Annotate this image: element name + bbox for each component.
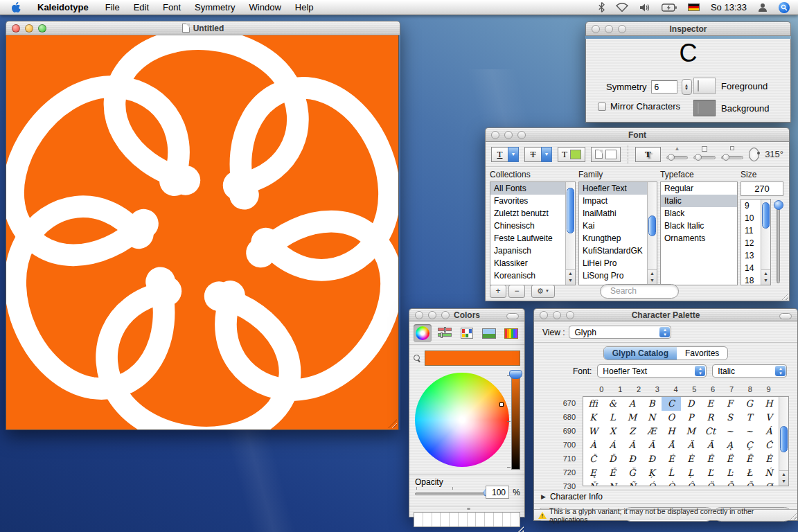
brightness-slider[interactable] bbox=[511, 373, 520, 470]
glyph-cell[interactable]: M bbox=[681, 425, 700, 438]
colors-titlebar[interactable]: Colors bbox=[409, 308, 525, 321]
swatch-cell[interactable] bbox=[459, 513, 468, 526]
glyph-cell[interactable]: G bbox=[740, 397, 759, 411]
list-scrollbar[interactable]: ▲▼ bbox=[761, 200, 770, 285]
list-item[interactable]: Hoefler Text bbox=[579, 182, 657, 195]
font-search-field[interactable]: Search bbox=[600, 284, 679, 299]
typeface-list[interactable]: RegularItalicBlackBlack ItalicOrnaments bbox=[660, 181, 738, 285]
symmetry-field[interactable]: 6 bbox=[651, 80, 677, 94]
glyph-cell[interactable]: E bbox=[700, 397, 720, 411]
color-wheel[interactable] bbox=[415, 373, 509, 467]
menu-symmetry[interactable]: Symmetry bbox=[188, 0, 242, 15]
glyph-cell[interactable]: É bbox=[662, 452, 681, 466]
glyph-cell[interactable]: Ĺ bbox=[662, 466, 681, 480]
glyph-cell[interactable]: Ö bbox=[700, 480, 720, 486]
list-item[interactable]: Black Italic bbox=[661, 220, 737, 232]
glyph-cell[interactable]: H bbox=[759, 397, 779, 411]
glyph-grid-scrollbar[interactable]: ▲▼ bbox=[779, 397, 788, 486]
current-color-swatch[interactable] bbox=[425, 351, 520, 366]
glyph-cell[interactable]: M bbox=[622, 411, 641, 425]
glyph-cell[interactable]: Á bbox=[603, 438, 622, 452]
swatch-cell[interactable] bbox=[503, 513, 512, 526]
list-item[interactable]: Ornaments bbox=[661, 232, 737, 245]
menu-font[interactable]: Font bbox=[156, 0, 188, 15]
glyph-cell[interactable]: Ô bbox=[681, 480, 700, 486]
color-wheel-mode-button[interactable] bbox=[414, 324, 432, 342]
document-titlebar[interactable]: Untitled bbox=[6, 21, 400, 35]
glyph-cell[interactable]: Ō bbox=[720, 480, 739, 486]
menu-file[interactable]: File bbox=[98, 0, 127, 15]
list-item[interactable]: KufiStandardGK bbox=[579, 245, 657, 257]
swatch-cell[interactable] bbox=[423, 513, 432, 526]
glyph-cell[interactable]: Đ bbox=[622, 452, 641, 466]
glyph-cell[interactable]: W bbox=[583, 425, 603, 438]
magnifier-icon[interactable] bbox=[414, 355, 421, 362]
glyph-cell[interactable]: È bbox=[681, 452, 700, 466]
glyph-cell[interactable]: Õ bbox=[740, 480, 759, 486]
opacity-field[interactable]: 100 bbox=[486, 486, 509, 499]
list-item[interactable]: Zuletzt benutzt bbox=[490, 207, 575, 220]
glyph-cell[interactable]: B bbox=[642, 397, 662, 411]
list-item[interactable]: Feste Laufweite bbox=[490, 232, 575, 245]
glyph-cell[interactable]: ~ bbox=[720, 425, 739, 438]
glyph-cell[interactable]: Ø bbox=[759, 480, 779, 486]
zoom-button[interactable] bbox=[566, 311, 574, 319]
minimize-button[interactable] bbox=[25, 24, 33, 33]
glyph-grid[interactable]: ﬃ&ABCDEFGHKLMNOPRSTVWXZÆHMCt~~ÁÀÁÂÃÅÄĀĄÇ… bbox=[583, 396, 789, 486]
background-color-well[interactable] bbox=[693, 100, 716, 116]
swatch-cell[interactable] bbox=[494, 513, 503, 526]
scrollbar-thumb[interactable] bbox=[648, 215, 656, 236]
minimize-button[interactable] bbox=[553, 311, 561, 319]
list-item[interactable]: Kai bbox=[579, 220, 657, 232]
chevron-down-icon[interactable]: ▼ bbox=[541, 147, 552, 162]
glyph-cell[interactable]: Ct bbox=[700, 425, 720, 438]
remove-collection-button[interactable]: − bbox=[508, 285, 525, 298]
glyph-cell-selected[interactable]: C bbox=[662, 397, 681, 411]
list-item[interactable]: Krungthep bbox=[579, 232, 657, 245]
close-button[interactable] bbox=[540, 311, 548, 319]
glyph-cell[interactable]: T bbox=[740, 411, 759, 425]
menubar-clock[interactable]: So 13:33 bbox=[705, 2, 752, 12]
glyph-cell[interactable]: H bbox=[662, 425, 681, 438]
list-scrollbar[interactable]: ▲▼ bbox=[647, 182, 657, 285]
glyph-cell[interactable]: Á bbox=[759, 425, 779, 438]
apple-menu[interactable] bbox=[0, 2, 30, 13]
color-wheel-marker[interactable] bbox=[499, 402, 504, 407]
menu-edit[interactable]: Edit bbox=[127, 0, 156, 15]
scrollbar-thumb[interactable] bbox=[780, 426, 788, 452]
image-palettes-mode-button[interactable] bbox=[480, 324, 498, 342]
glyph-cell[interactable]: Ć bbox=[759, 438, 779, 452]
glyph-cell[interactable]: Ę bbox=[583, 466, 603, 480]
swatch-cell[interactable] bbox=[476, 513, 485, 526]
style-popup[interactable]: Italic ▲▼ bbox=[712, 364, 787, 378]
action-gear-button[interactable]: ⚙▼ bbox=[531, 285, 555, 298]
menu-window[interactable]: Window bbox=[242, 0, 288, 15]
glyph-cell[interactable]: Æ bbox=[642, 425, 662, 438]
list-item[interactable]: Italic bbox=[661, 195, 737, 207]
scrollbar-thumb[interactable] bbox=[567, 188, 574, 233]
zoom-button[interactable] bbox=[618, 25, 626, 33]
color-palettes-mode-button[interactable] bbox=[458, 324, 476, 342]
wifi-menu-extra[interactable] bbox=[610, 0, 634, 15]
collections-list[interactable]: All FontsFavoritesZuletzt benutztChinesi… bbox=[490, 181, 576, 285]
text-shadow-button[interactable]: T bbox=[635, 147, 661, 162]
glyph-cell[interactable]: Ŀ bbox=[720, 466, 739, 480]
font-titlebar[interactable]: Font bbox=[485, 127, 790, 142]
list-item[interactable]: Chinesisch bbox=[490, 220, 575, 232]
brightness-knob[interactable] bbox=[509, 370, 522, 379]
opacity-slider-track[interactable] bbox=[415, 493, 491, 495]
fast-user-switch-menu[interactable] bbox=[752, 0, 773, 15]
glyph-cell[interactable]: Z bbox=[622, 425, 641, 438]
glyph-cell[interactable]: Đ bbox=[642, 452, 662, 466]
minimize-button[interactable] bbox=[605, 25, 613, 33]
glyph-cell[interactable]: Ł bbox=[740, 466, 759, 480]
glyph-cell[interactable]: Ã bbox=[642, 438, 662, 452]
glyph-cell[interactable]: À bbox=[583, 438, 603, 452]
kaleidoscope-canvas[interactable] bbox=[6, 35, 399, 430]
scrollbar-thumb[interactable] bbox=[762, 202, 770, 229]
glyph-cell[interactable]: L bbox=[603, 411, 622, 425]
glyph-cell[interactable]: Ň bbox=[583, 480, 603, 486]
glyph-cell[interactable]: Ç bbox=[740, 438, 759, 452]
glyph-cell[interactable]: & bbox=[603, 397, 622, 411]
list-item[interactable]: LiHei Pro bbox=[579, 257, 657, 269]
